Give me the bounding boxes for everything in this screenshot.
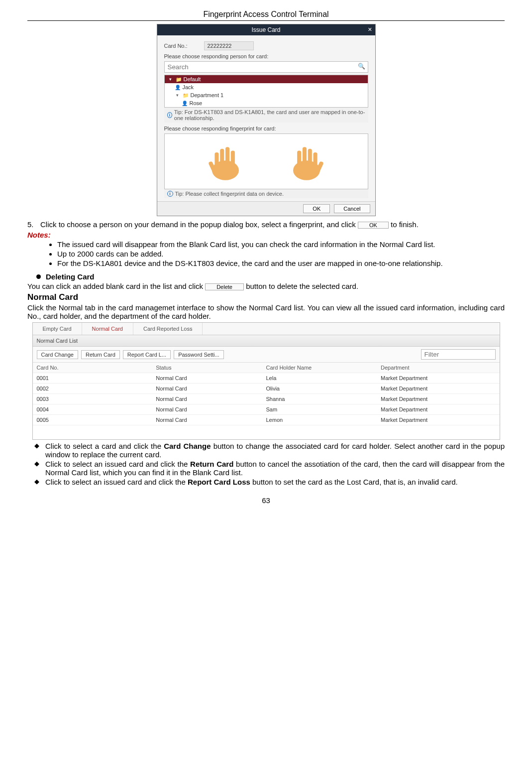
- table-toolbar: Card Change Return Card Report Card L...…: [33, 347, 500, 363]
- left-hand-icon[interactable]: [203, 139, 248, 184]
- tree-node-default[interactable]: ▾ Default: [165, 75, 368, 83]
- cell: Normal Card: [156, 406, 266, 412]
- cell: 0001: [37, 375, 156, 381]
- list-item: The issued card will disappear from the …: [57, 240, 505, 249]
- tab-reported-loss[interactable]: Card Reported Loss: [133, 323, 203, 335]
- cell: 0003: [37, 396, 156, 402]
- svg-rect-2: [220, 149, 224, 168]
- col-department: Department: [381, 365, 496, 371]
- search-input[interactable]: [164, 61, 368, 73]
- tip-text: Tip: Please collect fingerprint data on …: [175, 191, 284, 197]
- password-settings-button[interactable]: Password Setti...: [174, 350, 224, 359]
- right-hand-icon[interactable]: [284, 139, 329, 184]
- person-icon: [182, 100, 188, 106]
- dialog-title: Issue Card: [251, 26, 280, 33]
- svg-rect-9: [303, 147, 307, 168]
- dialog-titlebar: Issue Card ×: [157, 24, 375, 35]
- step-text: to finish.: [389, 220, 419, 229]
- person-icon: [175, 84, 181, 90]
- table-blank-space: [33, 425, 500, 439]
- step-5: 5.Click to choose a person on your deman…: [27, 220, 505, 229]
- bold: Card Change: [164, 442, 211, 450]
- col-holder: Card Holder Name: [266, 365, 381, 371]
- cell: 0002: [37, 386, 156, 392]
- normal-card-para: Click the Normal tab in the card managem…: [27, 303, 505, 320]
- tree-node-rose[interactable]: Rose: [165, 99, 368, 107]
- table-row[interactable]: 0002 Normal Card Olivia Market Departmen…: [33, 384, 500, 394]
- tab-normal-card[interactable]: Normal Card: [82, 323, 133, 335]
- dialog-footer: OK Cancel: [157, 201, 375, 216]
- col-card-no: Card No.: [37, 365, 156, 371]
- notes-label: Notes:: [27, 231, 505, 239]
- return-card-button[interactable]: Return Card: [81, 350, 120, 359]
- list-item: Click to select a card and click the Car…: [45, 442, 505, 459]
- collapse-icon[interactable]: ▾: [168, 77, 174, 82]
- cell: Market Department: [381, 417, 496, 423]
- choose-fp-label: Please choose responding fingerprint for…: [164, 126, 368, 131]
- svg-rect-10: [297, 150, 301, 168]
- list-item: Click to select an issued card and click…: [45, 460, 505, 477]
- tab-empty-card[interactable]: Empty Card: [33, 323, 82, 335]
- para-text: button to delete the selected card.: [244, 282, 358, 290]
- cell: Olivia: [266, 386, 381, 392]
- notes-list: The issued card will disappear from the …: [27, 240, 505, 267]
- svg-rect-8: [308, 149, 312, 168]
- cardno-value: 22222222: [204, 41, 254, 50]
- close-icon[interactable]: ×: [368, 25, 372, 33]
- delete-button-inline: Delete: [205, 283, 244, 290]
- folder-icon: [176, 76, 182, 82]
- fingerprint-panel: [164, 133, 368, 189]
- page: Fingerprint Access Control Terminal Issu…: [0, 0, 532, 515]
- deleting-card-heading: Deleting Card: [36, 272, 505, 281]
- table-row[interactable]: 0004 Normal Card Sam Market Department: [33, 404, 500, 415]
- tree-node-jack[interactable]: Jack: [165, 83, 368, 91]
- table-row[interactable]: 0005 Normal Card Lemon Market Department: [33, 415, 500, 425]
- tree-node-dept1[interactable]: ▾ Department 1: [165, 91, 368, 99]
- search-icon[interactable]: 🔍: [358, 63, 365, 70]
- svg-rect-4: [231, 150, 235, 168]
- cancel-button[interactable]: Cancel: [334, 204, 370, 213]
- cell: Normal Card: [156, 375, 266, 381]
- report-card-loss-button[interactable]: Report Card L...: [123, 350, 171, 359]
- heading-text: Deleting Card: [46, 272, 95, 281]
- tip-text: Tip: For DS-K1T803 and DS-K1A801, the ca…: [174, 109, 365, 121]
- choose-person-label: Please choose responding person for card…: [164, 53, 368, 59]
- text: Click to select an issued card and click…: [45, 478, 188, 486]
- cell: Sam: [266, 406, 381, 412]
- deleting-card-para: You can click an added blank card in the…: [27, 282, 505, 290]
- tree-label: Department 1: [191, 92, 224, 98]
- list-header: Normal Card List: [33, 335, 500, 347]
- para-text: You can click an added blank card in the…: [27, 282, 205, 290]
- cell: Lela: [266, 375, 381, 381]
- bold: Report Card Loss: [188, 478, 250, 486]
- dialog-figure: Issue Card × Card No.: 22222222 Please c…: [27, 24, 505, 216]
- cell: 0005: [37, 417, 156, 423]
- svg-rect-3: [225, 147, 229, 168]
- step-number: 5.: [27, 220, 40, 229]
- folder-icon: [183, 92, 189, 98]
- table-row[interactable]: 0003 Normal Card Shanna Market Departmen…: [33, 394, 500, 404]
- ok-button[interactable]: OK: [303, 204, 330, 213]
- info-icon: i: [167, 191, 173, 197]
- page-header: Fingerprint Access Control Terminal: [27, 10, 505, 21]
- tree-label: Default: [184, 76, 201, 82]
- person-tree: ▾ Default Jack ▾ Department 1: [164, 75, 368, 108]
- tree-label: Rose: [190, 100, 203, 106]
- col-status: Status: [156, 365, 266, 371]
- cell: 0004: [37, 406, 156, 412]
- text: Click to select an issued card and click…: [45, 460, 190, 468]
- table-row[interactable]: 0001 Normal Card Lela Market Department: [33, 373, 500, 384]
- text: button to set the card as the Lost Card,…: [250, 478, 458, 486]
- collapse-icon[interactable]: ▾: [175, 93, 181, 98]
- bold: Return Card: [190, 460, 233, 468]
- tree-label: Jack: [183, 84, 194, 90]
- list-item: Click to select an issued card and click…: [45, 478, 505, 486]
- cell: Lemon: [266, 417, 381, 423]
- cell: Market Department: [381, 375, 496, 381]
- cell: Market Department: [381, 396, 496, 402]
- card-change-button[interactable]: Card Change: [37, 350, 78, 359]
- normal-card-heading: Normal Card: [27, 292, 505, 302]
- filter-input[interactable]: [421, 349, 496, 360]
- cell: Normal Card: [156, 417, 266, 423]
- issue-card-dialog: Issue Card × Card No.: 22222222 Please c…: [157, 24, 376, 216]
